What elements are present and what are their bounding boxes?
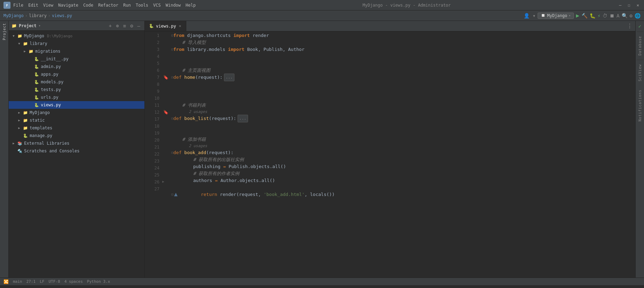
tree-item-mydjango-inner[interactable]: ▶ 📁 MyDjango <box>9 109 144 116</box>
tree-item-apps[interactable]: 🐍 apps.py <box>9 70 144 78</box>
expand-arrow: ▼ <box>12 34 16 38</box>
code-editor[interactable]: ⊡ from django.shortcuts import render # … <box>169 31 635 278</box>
line-num-4: 4 <box>145 53 159 60</box>
user-icon[interactable]: 👤 ▾ <box>524 13 536 18</box>
gutter-20[interactable] <box>162 137 169 144</box>
tree-label: __init__.py <box>41 56 68 61</box>
gutter-5 <box>162 60 169 67</box>
tree-item-static[interactable]: ▶ 📁 static <box>9 116 144 124</box>
sidebar-strip: Project <box>0 21 9 278</box>
breadcrumb-item-1[interactable]: MyDjango <box>3 13 24 18</box>
project-selector[interactable]: 🔲 MyDjango ▾ <box>538 13 574 19</box>
tab-close-button[interactable]: ✕ <box>178 24 182 28</box>
menu-bar[interactable]: File Edit View Navigate Code Refactor Ru… <box>13 3 196 8</box>
menu-run[interactable]: Run <box>123 3 131 8</box>
database-panel-label[interactable]: Database <box>637 31 643 60</box>
toolbox-button[interactable]: 🌐 <box>635 13 641 18</box>
tree-label: admin.py <box>41 64 61 69</box>
scroll-to-button[interactable]: ⊕ <box>114 22 120 29</box>
code-line-9 <box>171 88 635 95</box>
expand-arrow: ▶ <box>23 50 27 53</box>
tree-item-mydjango-root[interactable]: ▼ 📁 MyDjango D:\MyDjango <box>9 32 144 40</box>
editor-area: 🐍 views.py ✕ ⋮ 1 2 3 4 5 6 7 8 9 10 11 1… <box>145 21 635 278</box>
menu-vcs[interactable]: VCS <box>153 3 161 8</box>
coverage-button[interactable]: ⚡ <box>598 13 600 18</box>
tree-label: MyDjango <box>30 110 50 115</box>
tab-more-button[interactable]: ⋮ <box>624 21 635 31</box>
panel-header: 📁 Project ▾ + ⊕ ≡ ⚙ — <box>9 21 144 31</box>
panel-header-buttons: + ⊕ ≡ ⚙ — <box>107 22 142 29</box>
run-button[interactable]: ▶ <box>576 12 579 19</box>
tree-item-templates[interactable]: ▶ 📁 templates <box>9 124 144 132</box>
dropdown-arrow[interactable]: ▾ <box>39 24 41 28</box>
menu-window[interactable]: Window <box>166 3 181 8</box>
tree-item-init[interactable]: 🐍 __init__.py <box>9 55 144 63</box>
tree-item-external-libs[interactable]: ▶ 📚 External Libraries <box>9 139 144 147</box>
gutter-18 <box>162 123 169 130</box>
translate-button[interactable]: A <box>616 13 619 18</box>
search-everywhere-button[interactable]: 🔍 <box>622 13 628 18</box>
ide-settings-button[interactable]: ⚙ <box>630 13 632 18</box>
gutter: 🔖 🔖 ▶ <box>162 31 169 278</box>
code-line-8 <box>171 81 635 88</box>
code-line-21: # 获取所有的出版社实例 <box>171 156 635 163</box>
tree-item-models[interactable]: 🐍 models.py <box>9 78 144 86</box>
settings-button[interactable]: ⚙ <box>129 22 134 29</box>
gutter-7[interactable]: 🔖 <box>162 74 169 81</box>
profile-button[interactable]: ⏱ <box>602 13 607 18</box>
window-minimize[interactable]: — <box>617 3 623 8</box>
gutter-9 <box>162 88 169 95</box>
menu-tools[interactable]: Tools <box>136 3 148 8</box>
menu-refactor[interactable]: Refactor <box>98 3 118 8</box>
menu-file[interactable]: File <box>13 3 23 8</box>
menu-code[interactable]: Code <box>83 3 93 8</box>
stop-button[interactable]: ⏹ <box>609 13 614 18</box>
breadcrumb: MyDjango › library › views.py <box>3 13 72 18</box>
tree-label: apps.py <box>41 72 59 77</box>
tree-label: library <box>30 41 47 46</box>
window-controls[interactable]: — ☐ ✕ <box>617 3 641 8</box>
debug-button[interactable]: 🐛 <box>590 13 596 18</box>
gutter-17 <box>162 116 169 123</box>
tree-label: templates <box>30 126 52 130</box>
hide-button[interactable]: — <box>136 22 142 29</box>
tree-item-tests[interactable]: 🐍 tests.py <box>9 86 144 93</box>
tab-views-py[interactable]: 🐍 views.py ✕ <box>145 21 186 31</box>
tree-item-scratches[interactable]: 🔩 Scratches and Consoles <box>9 147 144 155</box>
svg-text:P: P <box>6 4 8 7</box>
code-line-11: # 书籍列表 <box>171 102 635 109</box>
project-panel-label[interactable]: Project <box>2 23 6 40</box>
tree-item-manage[interactable]: 🐍 manage.py <box>9 132 144 139</box>
project-tree: ▼ 📁 MyDjango D:\MyDjango ▼ 📁 library ▶ 📁… <box>9 31 144 278</box>
folder-icon: 📁 <box>23 110 28 115</box>
tree-item-library[interactable]: ▼ 📁 library <box>9 40 144 47</box>
editor-content: 1 2 3 4 5 6 7 8 9 10 11 12 17 18 19 20 2… <box>145 31 635 278</box>
gutter-12[interactable]: 🔖 <box>162 109 169 116</box>
folder-icon: 📁 <box>28 48 34 54</box>
breadcrumb-item-2[interactable]: library <box>29 13 47 18</box>
status-indent: 4 spaces <box>64 279 83 284</box>
sciview-panel-label[interactable]: SciView <box>637 60 643 85</box>
line-num-27: 27 <box>145 185 159 192</box>
notifications-panel-label[interactable]: Notifications <box>637 85 643 126</box>
collapse-button[interactable]: ≡ <box>122 22 127 29</box>
gutter-6 <box>162 67 169 74</box>
gutter-26[interactable]: ▶ <box>162 179 169 185</box>
breadcrumb-item-3[interactable]: views.py <box>52 13 72 18</box>
window-maximize[interactable]: ☐ <box>627 3 632 8</box>
tree-item-urls[interactable]: 🐍 urls.py <box>9 93 144 101</box>
menu-view[interactable]: View <box>43 3 53 8</box>
status-encoding: UTF-8 <box>48 279 60 284</box>
line-num-3: 3 <box>145 46 159 53</box>
add-content-button[interactable]: + <box>107 22 113 29</box>
tree-item-migrations[interactable]: ▶ 📁 migrations <box>9 47 144 55</box>
menu-edit[interactable]: Edit <box>28 3 38 8</box>
menu-navigate[interactable]: Navigate <box>58 3 78 8</box>
tree-item-admin[interactable]: 🐍 admin.py <box>9 63 144 70</box>
tree-label: static <box>30 118 45 123</box>
menu-help[interactable]: Help <box>186 3 196 8</box>
window-close[interactable]: ✕ <box>635 3 641 8</box>
tree-item-views[interactable]: 🐍 views.py <box>9 101 144 109</box>
expand-arrow: ▶ <box>17 126 21 130</box>
build-button[interactable]: 🔨 <box>582 13 587 18</box>
